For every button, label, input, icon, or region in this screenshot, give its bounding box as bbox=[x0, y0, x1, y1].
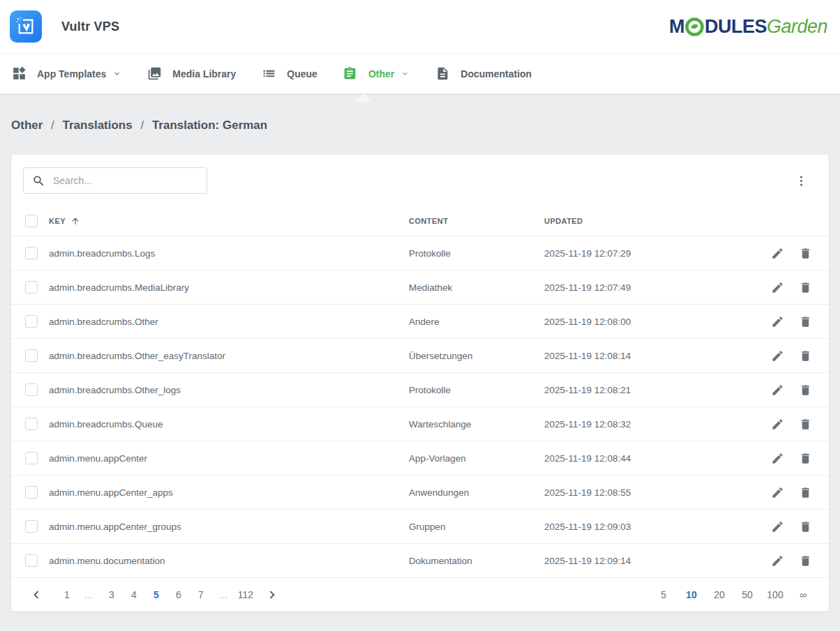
page-size-button[interactable]: 100 bbox=[761, 586, 789, 603]
row-checkbox[interactable] bbox=[25, 315, 38, 328]
row-content: Anwendungen bbox=[409, 487, 544, 498]
column-header-updated[interactable]: UPDATED bbox=[544, 217, 753, 225]
delete-button[interactable] bbox=[798, 554, 812, 568]
pencil-icon bbox=[771, 520, 784, 533]
row-updated: 2025-11-19 12:07:29 bbox=[544, 248, 753, 259]
pencil-icon bbox=[771, 418, 784, 431]
delete-button[interactable] bbox=[798, 246, 812, 260]
row-updated: 2025-11-19 12:07:49 bbox=[544, 282, 753, 293]
table-row: admin.menu.appCenter_apps Anwendungen 20… bbox=[11, 476, 829, 510]
page-size-button[interactable]: 5 bbox=[650, 586, 677, 603]
trash-icon bbox=[799, 383, 812, 397]
nav-item-media-library[interactable]: Media Library bbox=[147, 66, 236, 82]
delete-button[interactable] bbox=[798, 451, 812, 465]
column-header-content[interactable]: CONTENT bbox=[409, 217, 544, 225]
page-button[interactable]: 112 bbox=[234, 586, 257, 603]
select-all-checkbox[interactable] bbox=[25, 215, 38, 227]
search-input[interactable] bbox=[53, 175, 198, 186]
app-header: Vultr VPS M DULES Garden bbox=[0, 0, 840, 54]
row-updated: 2025-11-19 12:08:55 bbox=[544, 487, 753, 498]
row-content: Protokolle bbox=[409, 385, 544, 395]
nav-item-other[interactable]: Other bbox=[343, 66, 410, 82]
page-button[interactable]: 3 bbox=[100, 586, 123, 603]
nav-label: App Templates bbox=[37, 68, 106, 79]
delete-button[interactable] bbox=[798, 519, 812, 533]
row-checkbox[interactable] bbox=[25, 349, 38, 362]
edit-button[interactable] bbox=[770, 280, 784, 294]
row-checkbox[interactable] bbox=[25, 383, 38, 396]
page-button[interactable]: 1 bbox=[56, 586, 78, 603]
chevron-down-icon bbox=[400, 69, 410, 78]
vultr-logo-icon bbox=[15, 15, 37, 38]
delete-button[interactable] bbox=[798, 417, 812, 431]
row-checkbox[interactable] bbox=[25, 281, 38, 294]
delete-button[interactable] bbox=[798, 383, 812, 397]
delete-button[interactable] bbox=[798, 349, 812, 363]
page-size-button[interactable]: 10 bbox=[677, 586, 705, 603]
nav-item-queue[interactable]: Queue bbox=[261, 66, 317, 82]
trash-icon bbox=[799, 520, 812, 533]
page-size-button[interactable]: 50 bbox=[733, 586, 761, 603]
chevron-left-icon bbox=[29, 587, 44, 602]
page-button[interactable]: 4 bbox=[123, 586, 145, 603]
row-checkbox[interactable] bbox=[25, 486, 38, 499]
row-checkbox[interactable] bbox=[25, 247, 38, 259]
pencil-icon bbox=[771, 554, 784, 568]
search-icon bbox=[32, 174, 45, 188]
page-list: 1 … 3 4 5 6 7 … 112 bbox=[56, 586, 257, 603]
page-button[interactable]: 6 bbox=[167, 586, 190, 603]
nav-label: Other bbox=[368, 68, 394, 79]
breadcrumb-item-other[interactable]: Other bbox=[11, 119, 43, 132]
trash-icon bbox=[799, 486, 812, 499]
edit-button[interactable] bbox=[770, 554, 784, 568]
pencil-icon bbox=[771, 452, 784, 465]
breadcrumb-separator: / bbox=[140, 119, 144, 132]
edit-button[interactable] bbox=[770, 349, 784, 363]
delete-button[interactable] bbox=[798, 280, 812, 294]
delete-button[interactable] bbox=[798, 314, 812, 328]
page-button[interactable]: 5 bbox=[145, 586, 167, 603]
trash-icon bbox=[799, 349, 812, 363]
edit-button[interactable] bbox=[770, 451, 784, 465]
brand-text-dules: DULES bbox=[705, 16, 767, 38]
table-row: admin.menu.documentation Dokumentation 2… bbox=[11, 544, 829, 578]
breadcrumb-item-translations[interactable]: Translations bbox=[63, 119, 133, 132]
row-checkbox[interactable] bbox=[25, 452, 38, 464]
edit-button[interactable] bbox=[770, 417, 784, 431]
table-row: admin.menu.appCenter_groups Gruppen 2025… bbox=[11, 510, 829, 544]
nav-item-app-templates[interactable]: App Templates bbox=[11, 66, 121, 82]
next-page-button[interactable] bbox=[264, 586, 280, 603]
nav-label: Queue bbox=[287, 68, 317, 79]
more-options-button[interactable] bbox=[792, 172, 810, 190]
content-area: Other / Translations / Translation: Germ… bbox=[0, 93, 840, 611]
edit-button[interactable] bbox=[770, 314, 784, 328]
row-content: Protokolle bbox=[409, 248, 544, 259]
nav-item-documentation[interactable]: Documentation bbox=[435, 66, 532, 82]
row-checkbox[interactable] bbox=[25, 554, 38, 567]
pencil-icon bbox=[771, 247, 784, 260]
row-updated: 2025-11-19 12:08:32 bbox=[544, 419, 753, 429]
table-row: admin.breadcrumbs.Logs Protokolle 2025-1… bbox=[11, 236, 829, 271]
row-updated: 2025-11-19 12:09:14 bbox=[544, 556, 753, 566]
page-size-button[interactable]: ∞ bbox=[789, 586, 817, 603]
column-header-key[interactable]: KEY bbox=[49, 216, 409, 226]
table-row: admin.menu.appCenter App-Vorlagen 2025-1… bbox=[11, 441, 829, 476]
row-checkbox[interactable] bbox=[25, 418, 38, 430]
edit-button[interactable] bbox=[770, 246, 784, 260]
chevron-right-icon bbox=[264, 587, 280, 602]
row-key: admin.menu.documentation bbox=[49, 556, 409, 566]
row-content: Dokumentation bbox=[409, 556, 544, 566]
row-content: Gruppen bbox=[409, 522, 544, 532]
active-tab-caret bbox=[354, 93, 373, 102]
page-size-button[interactable]: 20 bbox=[705, 586, 733, 603]
table-row: admin.breadcrumbs.Queue Warteschlange 20… bbox=[11, 407, 829, 441]
edit-button[interactable] bbox=[770, 485, 784, 499]
page-size-list: 5 10 20 50 100 ∞ bbox=[650, 586, 817, 603]
delete-button[interactable] bbox=[798, 485, 812, 499]
edit-button[interactable] bbox=[770, 383, 784, 397]
edit-button[interactable] bbox=[770, 519, 784, 533]
row-checkbox[interactable] bbox=[25, 520, 38, 533]
previous-page-button[interactable] bbox=[28, 586, 45, 603]
page-button[interactable]: 7 bbox=[190, 586, 212, 603]
row-updated: 2025-11-19 12:08:00 bbox=[544, 317, 753, 327]
